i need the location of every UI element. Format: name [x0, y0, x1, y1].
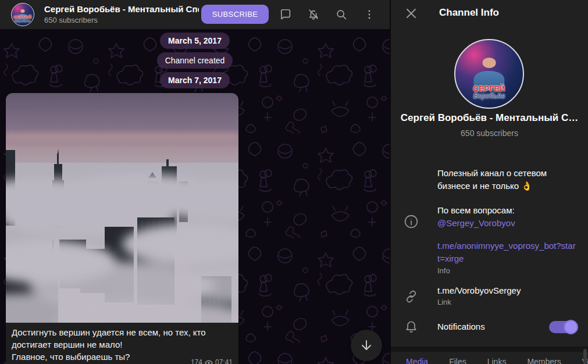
- chat-body: March 5, 2017 Channel created March 7, 2…: [0, 29, 390, 364]
- arrow-down-icon: [359, 338, 373, 352]
- bell-icon: [404, 319, 419, 334]
- panel-subscriber-count: 650 subscribers: [391, 129, 588, 138]
- service-badge-channel-created[interactable]: Channel created: [157, 52, 233, 69]
- panel-title: Channel Info: [439, 7, 499, 19]
- date-badges: March 5, 2017 Channel created March 7, 2…: [0, 31, 390, 90]
- panel-channel-name: Сергей Воробьёв - Ментальный С…: [391, 112, 588, 124]
- description-contact-label: По всем вопросам:: [437, 204, 576, 217]
- message-time: 07:41: [215, 356, 233, 364]
- tab-media[interactable]: Media: [406, 355, 428, 364]
- muted-bell-icon[interactable]: [305, 6, 322, 23]
- avatar-caption-bottom: Воробьёв: [455, 92, 523, 99]
- avatar-caption: СЕРГЕЙ Воробьёв: [455, 85, 523, 99]
- eye-icon: [205, 359, 213, 364]
- channel-profile-photo[interactable]: СЕРГЕЙ Воробьёв: [454, 39, 524, 109]
- info-sublabel: Info: [437, 266, 576, 276]
- kebab-menu-icon[interactable]: [361, 6, 377, 23]
- link-sublabel: Link: [437, 297, 576, 308]
- public-link[interactable]: t.me/VorobyovSergey: [437, 285, 576, 296]
- telegram-app: СЕРГЕЙ Воробьёв Сергей Воробьёв - Ментал…: [0, 0, 588, 364]
- notifications-row[interactable]: Notifications: [391, 314, 588, 340]
- info-icon: [404, 214, 419, 229]
- channel-avatar[interactable]: СЕРГЕЙ Воробьёв: [11, 3, 34, 26]
- panel-header: Channel Info: [391, 0, 588, 33]
- message-caption: Достигнуть вершин удается не всем, но те…: [6, 323, 238, 364]
- avatar-caption: СЕРГЕЙ Воробьёв: [12, 15, 34, 23]
- tab-members[interactable]: Members: [527, 355, 561, 364]
- toggle-knob: [564, 320, 578, 334]
- notifications-toggle[interactable]: [549, 321, 577, 333]
- message-photo-city-fog[interactable]: [6, 93, 238, 323]
- chat-header: СЕРГЕЙ Воробьёв Сергей Воробьёв - Ментал…: [0, 0, 390, 29]
- subscribe-button[interactable]: SUBSCRIBE: [201, 5, 269, 24]
- section-divider: [391, 347, 588, 352]
- avatar-caption-bottom: Воробьёв: [12, 19, 34, 23]
- views-count: 174: [191, 356, 202, 364]
- avatar-person: [473, 58, 504, 78]
- notifications-label: Notifications: [437, 322, 485, 331]
- link-icon: [404, 289, 419, 304]
- chat-column: СЕРГЕЙ Воробьёв Сергей Воробьёв - Ментал…: [0, 0, 390, 364]
- public-link-block[interactable]: t.me/VorobyovSergey Link: [437, 285, 576, 308]
- message-meta: 174 07:41: [191, 356, 233, 364]
- photo-message[interactable]: Достигнуть вершин удается не всем, но те…: [6, 93, 238, 364]
- bot-link[interactable]: t.me/anonimnyye_voprosy_bot?start=xirge: [437, 241, 576, 263]
- tab-links[interactable]: Links: [487, 355, 507, 364]
- channel-info-panel: Channel Info СЕРГЕЙ Воробьёв Сергей Воро…: [391, 0, 588, 364]
- date-badge[interactable]: March 5, 2017: [160, 33, 230, 49]
- subscriber-count: 650 subscribers: [44, 15, 199, 26]
- search-icon[interactable]: [333, 6, 350, 23]
- close-icon[interactable]: [404, 6, 418, 20]
- chat-title-block[interactable]: Сергей Воробьёв - Ментальный Спо 650 sub…: [44, 3, 199, 26]
- info-link-block: t.me/anonimnyye_voprosy_bot?start=xirge …: [437, 240, 576, 276]
- comments-icon[interactable]: [277, 6, 294, 23]
- channel-title: Сергей Воробьёв - Ментальный Спо: [44, 3, 199, 15]
- date-badge[interactable]: March 7, 2017: [160, 72, 230, 88]
- mention-link[interactable]: @Sergey_Vorobyov: [437, 218, 515, 228]
- shared-media-tabs: Media Files Links Members Voice: [391, 355, 588, 364]
- caption-text-1: Достигнуть вершин удается не всем, но те…: [12, 326, 233, 351]
- description-line: Полезный канал о сетевом бизнесе и не то…: [437, 167, 576, 192]
- panel-scrollbar[interactable]: [583, 349, 587, 364]
- scroll-to-bottom-button[interactable]: [351, 330, 382, 361]
- tab-files[interactable]: Files: [449, 355, 466, 364]
- description-spacer: [437, 192, 576, 204]
- channel-description: Полезный канал о сетевом бизнесе и не то…: [437, 167, 576, 229]
